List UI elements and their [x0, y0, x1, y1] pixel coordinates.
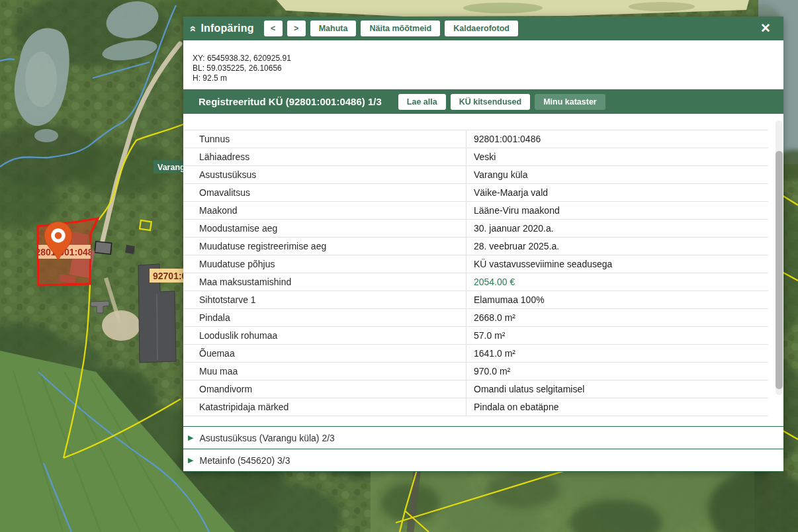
table-row: Pindala2668.0 m² [183, 309, 768, 327]
row-label: Tunnus [183, 134, 466, 144]
section-label: Asustusüksus (Varangu küla) 2/3 [199, 433, 334, 443]
scrollbar-thumb[interactable] [776, 151, 783, 389]
table-row: Õuemaa1641.0 m² [183, 345, 768, 363]
section-metainfo[interactable]: ▶ Metainfo (545620) 3/3 [183, 449, 783, 472]
table-row: Sihtotstarve 1Elamumaa 100% [183, 291, 768, 309]
table-row: Katastripidaja märkedPindala on ebatäpne [183, 398, 768, 416]
row-label: Muu maa [183, 366, 466, 377]
panel-header: « Infopäring < > Mahuta Näita mõõtmeid K… [183, 17, 783, 40]
row-value: 28. veebruar 2025.a. [466, 238, 768, 255]
coord-xy: XY: 6545938.32, 620925.91 [193, 54, 783, 64]
row-value: Elamumaa 100% [466, 291, 768, 308]
row-value: 92801:001:0486 [466, 130, 768, 148]
section-asustusuksus[interactable]: ▶ Asustusüksus (Varangu küla) 2/3 [183, 426, 783, 449]
coord-h: H: 92.5 m [193, 73, 783, 83]
next-result-button[interactable]: > [287, 21, 306, 36]
fit-button[interactable]: Mahuta [310, 21, 357, 36]
row-value: Väike-Maarja vald [466, 184, 768, 201]
attribute-table: Tunnus92801:001:0486LähiaadressVeskiAsus… [183, 130, 768, 416]
collapse-panel-icon[interactable]: « [188, 25, 199, 31]
table-row: Looduslik rohumaa57.0 m² [183, 327, 768, 345]
row-label: Õuemaa [183, 348, 466, 359]
row-value: 57.0 m² [466, 327, 768, 344]
row-label: Omavalitsus [183, 187, 466, 198]
my-cadastre-button[interactable]: Minu kataster [535, 94, 605, 110]
table-row: AsustusüksusVarangu küla [183, 166, 768, 184]
table-row: LähiaadressVeski [183, 148, 768, 166]
expand-triangle-icon: ▶ [188, 434, 193, 441]
row-value: 2668.0 m² [466, 309, 768, 326]
row-label: Maakond [183, 205, 466, 216]
table-row: Muu maa970.0 m² [183, 363, 768, 380]
table-row: Moodustamise aeg30. jaanuar 2020.a. [183, 220, 768, 238]
show-measurements-button[interactable]: Näita mõõtmeid [361, 21, 440, 36]
row-value: 30. jaanuar 2020.a. [466, 220, 768, 237]
row-value: Pindala on ebatäpne [466, 398, 768, 416]
collapsed-sections: ▶ Asustusüksus (Varangu küla) 2/3 ▶ Meta… [183, 426, 783, 472]
row-value: Veski [466, 148, 768, 165]
row-label: Moodustamise aeg [183, 223, 466, 234]
panel-title: Infopäring [200, 22, 253, 34]
prev-result-button[interactable]: < [264, 21, 283, 36]
row-value: Omandi ulatus selgitamisel [466, 380, 768, 398]
section-title: Registreeritud KÜ (92801:001:0486) 1/3 [199, 96, 382, 107]
row-value: KÜ vastavusseviimine seadusega [466, 255, 768, 273]
row-label: Katastripidaja märked [183, 402, 466, 412]
row-label: Omandivorm [183, 384, 466, 394]
expand-triangle-icon: ▶ [188, 457, 193, 464]
restrictions-button[interactable]: KÜ kitsendused [451, 94, 530, 110]
coord-bl: BL: 59.035225, 26.10656 [193, 64, 783, 73]
registered-parcel-section-header[interactable]: Registreeritud KÜ (92801:001:0486) 1/3 L… [183, 89, 783, 114]
row-label: Muudatuse põhjus [183, 259, 466, 269]
row-label: Sihtotstarve 1 [183, 294, 466, 305]
row-value: Lääne-Viru maakond [466, 202, 768, 219]
table-row: Muudatuse põhjusKÜ vastavusseviimine sea… [183, 255, 768, 273]
table-row: Muudatuse registreerimise aeg28. veebrua… [183, 238, 768, 255]
row-value[interactable]: 2054.00 € [466, 273, 768, 290]
table-row: OmavalitsusVäike-Maarja vald [183, 184, 768, 202]
row-label: Asustusüksus [183, 169, 466, 180]
close-icon[interactable]: ✕ [758, 21, 773, 36]
row-label: Maa maksustamishind [183, 277, 466, 287]
row-label: Muudatuse registreerimise aeg [183, 241, 466, 251]
table-row: MaakondLääne-Viru maakond [183, 202, 768, 220]
row-value: 1641.0 m² [466, 345, 768, 362]
row-value: 970.0 m² [466, 363, 768, 380]
row-label: Looduslik rohumaa [183, 330, 466, 341]
table-row: Maa maksustamishind2054.00 € [183, 273, 768, 291]
download-button[interactable]: Lae alla [398, 94, 446, 110]
oblique-photos-button[interactable]: Kaldaerofotod [445, 21, 518, 36]
info-panel: « Infopäring < > Mahuta Näita mõõtmeid K… [183, 17, 783, 471]
row-value: Varangu küla [466, 166, 768, 183]
row-label: Lähiaadress [183, 152, 466, 162]
coordinates-block: XY: 6545938.32, 620925.91 BL: 59.035225,… [183, 40, 783, 89]
table-row: OmandivormOmandi ulatus selgitamisel [183, 380, 768, 398]
row-label: Pindala [183, 312, 466, 323]
section-label: Metainfo (545620) 3/3 [199, 455, 290, 466]
table-row: Tunnus92801:001:0486 [183, 130, 768, 148]
